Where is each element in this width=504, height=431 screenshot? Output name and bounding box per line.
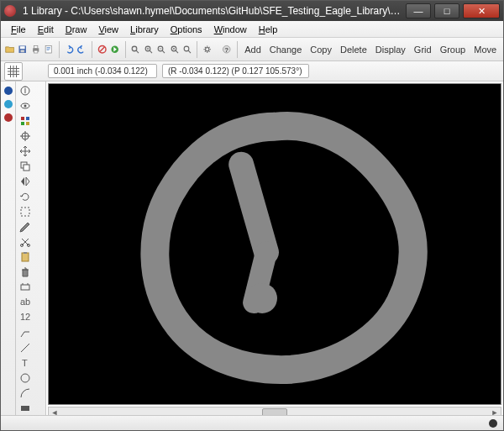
svg-text:i: i — [24, 85, 26, 95]
tool-change-icon[interactable] — [18, 220, 32, 234]
action-grid[interactable]: Grid — [411, 43, 435, 56]
action-copy[interactable]: Copy — [307, 43, 335, 56]
cancel-icon[interactable] — [97, 40, 108, 59]
menu-view[interactable]: View — [93, 23, 123, 36]
svg-rect-2 — [21, 50, 24, 52]
tool-add-icon[interactable] — [18, 281, 32, 294]
print-icon[interactable] — [30, 40, 41, 59]
tool-mirror-icon[interactable] — [18, 175, 32, 188]
svg-rect-52 — [21, 406, 29, 411]
tool-text-icon[interactable]: T — [18, 356, 32, 370]
svg-rect-43 — [22, 253, 29, 261]
svg-text:?: ? — [224, 45, 228, 53]
tool-delete-icon[interactable] — [18, 265, 32, 279]
svg-rect-44 — [24, 252, 27, 254]
menu-help[interactable]: Help — [254, 23, 283, 36]
zoom-in-icon[interactable] — [143, 40, 154, 59]
status-bar — [1, 415, 503, 430]
zoom-out-icon[interactable] — [155, 40, 166, 59]
tool-wire-icon[interactable] — [18, 341, 32, 355]
open-icon[interactable] — [4, 40, 15, 59]
svg-rect-31 — [21, 117, 24, 120]
svg-rect-4 — [34, 45, 37, 48]
svg-rect-33 — [21, 122, 24, 125]
tool-value-icon[interactable]: 12 — [18, 311, 32, 324]
main-toolbar: ? Add Change Copy Delete Display Grid Gr… — [1, 38, 503, 61]
close-button[interactable]: ✕ — [463, 3, 500, 18]
svg-line-23 — [188, 50, 191, 53]
content-area: i ab 12 T — [1, 81, 503, 415]
tool-rect-icon[interactable] — [18, 402, 32, 415]
tool-display-icon[interactable] — [18, 114, 32, 128]
zoom-fit-icon[interactable] — [129, 40, 140, 59]
menu-library[interactable]: Library — [125, 23, 164, 36]
svg-rect-40 — [21, 208, 29, 216]
package-drawing — [49, 84, 501, 404]
action-move[interactable]: Move — [470, 43, 500, 56]
svg-line-11 — [136, 50, 139, 53]
scroll-left-icon[interactable]: ◄ — [49, 407, 60, 415]
action-group[interactable]: Group — [437, 43, 470, 56]
layer-dot-cyan[interactable] — [4, 100, 13, 108]
window-title: 1 Library - C:\Users\shawn.hymel\Documen… — [19, 5, 402, 17]
coord-relative: (R -0.034 0.122) (P 0.127 105.573°) — [162, 64, 309, 78]
svg-line-14 — [150, 50, 152, 53]
maximize-button[interactable]: □ — [434, 3, 459, 18]
zoom-select-icon[interactable] — [181, 40, 192, 59]
svg-rect-34 — [26, 122, 29, 125]
undo-icon[interactable] — [63, 40, 74, 59]
tool-split-icon[interactable] — [18, 326, 32, 339]
action-delete[interactable]: Delete — [337, 43, 370, 56]
svg-rect-5 — [34, 50, 37, 53]
menu-bar: File Edit Draw View Library Options Wind… — [1, 21, 503, 38]
layer-dot-red[interactable] — [4, 113, 13, 122]
gear-icon[interactable] — [202, 40, 213, 59]
action-change[interactable]: Change — [266, 43, 306, 56]
tool-rotate-icon[interactable] — [18, 190, 32, 203]
svg-text:ab: ab — [20, 297, 30, 307]
tool-info-icon[interactable]: i — [18, 84, 32, 97]
svg-rect-6 — [45, 45, 51, 53]
menu-edit[interactable]: Edit — [33, 23, 59, 36]
coord-bar: 0.001 inch (-0.034 0.122) (R -0.034 0.12… — [1, 61, 503, 81]
tool-palette: i ab 12 T — [16, 81, 46, 415]
action-add[interactable]: Add — [241, 43, 265, 56]
action-display[interactable]: Display — [372, 43, 409, 56]
tool-name-icon[interactable]: ab — [18, 296, 32, 309]
editor-canvas[interactable] — [48, 83, 501, 405]
menu-draw[interactable]: Draw — [60, 23, 92, 36]
tool-circle-icon[interactable] — [18, 371, 32, 385]
help-icon[interactable]: ? — [221, 40, 232, 59]
tool-group-icon[interactable] — [18, 205, 32, 218]
go-icon[interactable] — [109, 40, 120, 59]
menu-window[interactable]: Window — [209, 23, 252, 36]
tool-paste-icon[interactable] — [18, 250, 32, 264]
svg-text:T: T — [22, 358, 28, 368]
scroll-right-icon[interactable]: ► — [489, 407, 501, 415]
tool-arc-icon[interactable] — [18, 386, 32, 400]
app-icon — [4, 5, 16, 17]
tool-show-icon[interactable] — [18, 99, 32, 113]
svg-rect-45 — [21, 285, 29, 290]
menu-options[interactable]: Options — [165, 23, 207, 36]
tool-copy-icon[interactable] — [18, 160, 32, 173]
grid-icon[interactable] — [4, 62, 23, 81]
save-icon[interactable] — [17, 40, 28, 59]
menu-file[interactable]: File — [6, 23, 31, 36]
coord-absolute: 0.001 inch (-0.034 0.122) — [48, 64, 157, 78]
minimize-button[interactable]: — — [406, 3, 431, 18]
tool-cut-icon[interactable] — [18, 235, 32, 249]
svg-point-30 — [24, 105, 27, 108]
redo-icon[interactable] — [76, 40, 87, 59]
title-bar: 1 Library - C:\Users\shawn.hymel\Documen… — [1, 1, 503, 21]
scroll-thumb[interactable] — [262, 408, 287, 415]
zoom-redraw-icon[interactable] — [169, 40, 180, 59]
script-icon[interactable] — [43, 40, 54, 59]
svg-line-21 — [176, 50, 178, 53]
layer-dot-blue[interactable] — [4, 87, 13, 95]
tool-mark-icon[interactable] — [18, 129, 32, 143]
horizontal-scrollbar[interactable]: ◄ ► — [48, 407, 501, 415]
svg-rect-1 — [20, 46, 25, 49]
tool-move-icon[interactable] — [18, 145, 32, 158]
svg-rect-32 — [26, 117, 29, 120]
